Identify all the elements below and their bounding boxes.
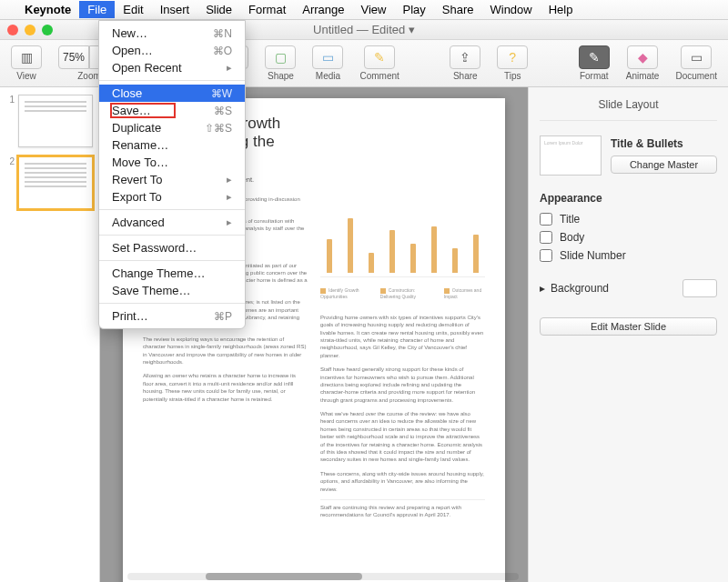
chart-bar xyxy=(369,253,374,274)
menu-view[interactable]: View xyxy=(353,1,395,18)
menu-item-label: Save… xyxy=(112,104,151,117)
menu-item-change-theme[interactable]: Change Theme… xyxy=(99,265,245,282)
zoom-window-icon[interactable] xyxy=(42,25,53,35)
menu-share[interactable]: Share xyxy=(434,1,482,18)
menu-item-label: Export To xyxy=(112,190,162,204)
view-icon: ▥ xyxy=(21,50,33,65)
media-button[interactable]: ▭ xyxy=(312,45,343,69)
menu-shortcut: ⌘P xyxy=(214,310,232,323)
master-name: Title & Bullets xyxy=(611,137,717,150)
animate-inspector-button[interactable]: ◆ xyxy=(627,45,658,69)
menu-edit[interactable]: Edit xyxy=(115,1,151,18)
chart-bar xyxy=(431,226,437,273)
menu-item-advanced[interactable]: Advanced xyxy=(99,214,245,231)
format-label: Format xyxy=(580,71,609,81)
chart-bar xyxy=(389,230,395,273)
shape-button[interactable]: ▢ xyxy=(265,45,296,69)
menu-item-rename[interactable]: Rename… xyxy=(99,136,245,154)
menu-item-export-to[interactable]: Export To xyxy=(99,188,245,206)
slide-preview xyxy=(18,156,93,209)
chart-bar xyxy=(327,239,332,273)
body-text: Providing home owners with six types of … xyxy=(320,314,485,359)
menu-format[interactable]: Format xyxy=(240,1,294,18)
media-icon: ▭ xyxy=(322,50,334,65)
menu-arrange[interactable]: Arrange xyxy=(294,1,352,18)
tips-label: Tips xyxy=(504,71,521,81)
scrollbar-thumb[interactable] xyxy=(206,573,362,580)
checkbox-label: Title xyxy=(560,213,580,226)
menu-item-open[interactable]: Open…⌘O xyxy=(99,42,245,59)
menu-shortcut: ⇧⌘S xyxy=(205,122,232,135)
view-button[interactable]: ▥ xyxy=(11,45,42,69)
background-disclosure[interactable]: ▸ Background xyxy=(540,272,717,305)
inspector-panel: Slide Layout Lorem Ipsum Dolor Title & B… xyxy=(528,87,728,582)
comment-button[interactable]: ✎ xyxy=(364,45,395,69)
background-label: Background xyxy=(551,282,609,295)
change-master-button[interactable]: Change Master xyxy=(611,156,717,174)
body-text: The review is exploring ways to encourag… xyxy=(143,336,308,366)
slide-thumb[interactable]: 1 xyxy=(5,95,94,147)
app-menu[interactable]: Keynote xyxy=(16,1,79,18)
menu-item-label: Move To… xyxy=(112,156,168,169)
menu-item-revert-to[interactable]: Revert To xyxy=(99,171,245,188)
menu-window[interactable]: Window xyxy=(481,1,540,18)
zoom-value: 75% xyxy=(59,51,88,64)
zoom-label: Zoom xyxy=(77,71,101,81)
master-thumbnail: Lorem Ipsum Dolor xyxy=(540,135,602,176)
comment-label: Comment xyxy=(359,71,399,81)
slide-thumb[interactable]: 2 xyxy=(5,156,94,209)
tips-button[interactable]: ? xyxy=(497,45,528,69)
menu-item-label: Print… xyxy=(112,309,148,323)
menu-item-label: Close xyxy=(112,86,142,100)
tips-icon: ? xyxy=(509,50,516,65)
document-icon: ▭ xyxy=(691,50,703,65)
document-inspector-button[interactable]: ▭ xyxy=(681,45,712,69)
menu-item-save[interactable]: Save…⌘S xyxy=(99,102,245,119)
menu-shortcut: ⌘S xyxy=(214,105,232,117)
menu-item-open-recent[interactable]: Open Recent xyxy=(99,59,245,76)
slidenum-checkbox-row[interactable]: Slide Number xyxy=(540,246,717,265)
menu-shortcut: ⌘W xyxy=(211,87,232,100)
body-text: Staff have heard generally strong suppor… xyxy=(320,366,485,404)
checkbox-label: Slide Number xyxy=(560,249,626,262)
chart-bar xyxy=(410,244,416,273)
menu-item-save-theme[interactable]: Save Theme… xyxy=(99,282,245,299)
menu-item-print[interactable]: Print…⌘P xyxy=(99,307,245,325)
menu-item-close[interactable]: Close⌘W xyxy=(99,85,245,102)
slidenum-checkbox[interactable] xyxy=(540,249,552,262)
media-label: Media xyxy=(316,71,340,81)
menu-file[interactable]: File xyxy=(79,1,115,18)
share-button[interactable]: ⇪ xyxy=(450,45,480,69)
zoom-value-button[interactable]: 75% xyxy=(58,45,89,69)
menu-item-duplicate[interactable]: Duplicate⇧⌘S xyxy=(99,119,245,136)
document-label: Document xyxy=(675,71,717,81)
menu-item-label: Open Recent xyxy=(112,61,182,75)
menu-item-set-password[interactable]: Set Password… xyxy=(99,239,245,256)
menu-slide[interactable]: Slide xyxy=(197,1,240,18)
menu-item-new[interactable]: New…⌘N xyxy=(99,25,245,42)
menu-item-move-to[interactable]: Move To… xyxy=(99,154,245,171)
menu-item-label: Revert To xyxy=(112,173,162,186)
slide-number: 2 xyxy=(5,156,15,166)
menu-play[interactable]: Play xyxy=(394,1,433,18)
edit-master-slide-button[interactable]: Edit Master Slide xyxy=(540,317,717,336)
format-inspector-button[interactable]: ✎ xyxy=(579,45,610,69)
menu-shortcut: ⌘N xyxy=(213,27,232,40)
traffic-lights xyxy=(7,25,53,35)
background-color-swatch[interactable] xyxy=(682,279,717,297)
checkbox-label: Body xyxy=(560,231,584,244)
menu-item-label: Rename… xyxy=(112,138,168,152)
minimize-window-icon[interactable] xyxy=(25,25,35,35)
menu-insert[interactable]: Insert xyxy=(152,1,198,18)
menu-shortcut: ⌘O xyxy=(213,45,232,57)
menu-item-label: Set Password… xyxy=(112,241,197,255)
close-window-icon[interactable] xyxy=(7,25,18,35)
menu-help[interactable]: Help xyxy=(541,1,581,18)
horizontal-scrollbar[interactable] xyxy=(127,573,519,580)
body-text: These concerns, along with city-wide iss… xyxy=(320,470,485,493)
title-checkbox-row[interactable]: Title xyxy=(540,210,717,228)
body-checkbox-row[interactable]: Body xyxy=(540,228,717,246)
title-checkbox[interactable] xyxy=(540,213,552,226)
slide-navigator: 1 2 xyxy=(0,87,100,582)
body-checkbox[interactable] xyxy=(540,231,552,244)
